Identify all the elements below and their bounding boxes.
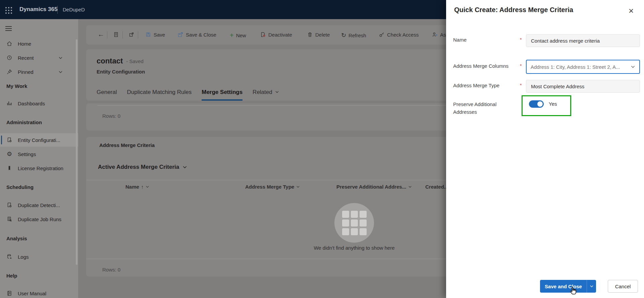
toolbar-separator — [107, 31, 107, 39]
address-merge-type-field[interactable]: Most Complete Address — [526, 80, 640, 93]
plus-icon: + — [230, 32, 234, 39]
record-tabs: General Duplicate Matching Rules Merge S… — [97, 89, 279, 101]
topbar-divider — [57, 6, 58, 14]
chevron-down-icon — [146, 185, 149, 189]
sidebar-item-duplicate-detection[interactable]: Duplicate Detecti... — [0, 198, 78, 212]
user-manual-icon — [6, 290, 12, 296]
sidebar-section-my-work: My Work — [6, 83, 27, 89]
app-title: Dynamics 365 — [19, 6, 57, 13]
refresh-button[interactable]: ↻ Refresh — [341, 32, 366, 39]
sidebar-item-recent[interactable]: Recent — [0, 51, 78, 64]
save-close-icon — [177, 32, 183, 38]
cancel-label: Cancel — [615, 284, 631, 289]
toolbar-button-label: Save & Close — [186, 32, 216, 38]
column-header-preserve-additional[interactable]: Preserve Additional Addres... — [336, 184, 412, 190]
panel-title: Quick Create: Address Merge Criteria — [454, 6, 573, 14]
save-options-split-button[interactable] — [587, 280, 596, 293]
trash-icon — [307, 32, 313, 38]
clock-icon — [6, 55, 12, 61]
environment-name[interactable]: DeDupeD — [63, 7, 85, 12]
chevron-down-icon — [590, 284, 594, 288]
preserve-additional-addresses-toggle[interactable] — [529, 100, 544, 108]
sidebar-item-logs[interactable]: Logs — [0, 250, 78, 263]
toolbar-button-label: Save — [154, 32, 165, 38]
assign-person-icon — [432, 32, 438, 38]
chevron-down-icon — [275, 90, 279, 94]
view-selector[interactable]: Active Address Merge Criteria — [98, 164, 187, 170]
key-icon — [379, 32, 385, 38]
address-merge-columns-dropdown[interactable]: Address 1: City, Address 1: Street 2, A.… — [526, 60, 640, 74]
show-as-button[interactable] — [113, 32, 119, 38]
name-field[interactable]: Contact address merge criteria — [526, 34, 640, 47]
selected-indicator — [1, 136, 2, 144]
empty-state-message: We didn't find anything to show here — [307, 245, 401, 251]
cancel-button[interactable]: Cancel — [608, 280, 638, 293]
home-icon — [6, 41, 12, 47]
sidebar-item-user-manual[interactable]: User Manual — [0, 287, 78, 298]
logs-icon — [6, 254, 12, 260]
field-label-preserve-additional-line2: Addresses — [453, 109, 477, 115]
field-label-address-merge-type: Address Merge Type — [453, 83, 499, 88]
highlight-box — [522, 95, 571, 116]
save-and-close-button[interactable]: Save and Close — [540, 280, 587, 293]
sidebar-item-duplicate-job-runs[interactable]: Duplicate Job Runs — [0, 212, 78, 226]
hamburger-icon[interactable] — [5, 25, 12, 32]
sidebar-item-settings[interactable]: ⚙ Settings — [0, 147, 78, 161]
toggle-value-label: Yes — [549, 101, 557, 107]
toolbar-button-label: As — [440, 32, 446, 38]
close-icon[interactable]: × — [629, 7, 634, 14]
deactivate-button[interactable]: Deactivate — [260, 32, 292, 38]
column-header-address-merge-type[interactable]: Address Merge Type — [245, 184, 300, 190]
record-entity-type: Entity Configuration — [97, 69, 145, 74]
column-header-name[interactable]: Name ↑ — [125, 184, 149, 190]
required-indicator: * — [520, 37, 522, 42]
tab-duplicate-matching-rules[interactable]: Duplicate Matching Rules — [127, 89, 192, 101]
empty-state-illustration — [334, 203, 374, 243]
waffle-icon[interactable] — [5, 7, 12, 14]
check-access-button[interactable]: Check Access — [379, 32, 419, 38]
new-button[interactable]: + New — [230, 32, 246, 39]
save-and-close-button[interactable]: Save & Close — [177, 32, 216, 38]
entity-configuration-icon — [6, 137, 12, 143]
pin-icon — [6, 69, 12, 75]
section-title: Address Merge Criteria — [99, 142, 155, 148]
delete-button[interactable]: Delete — [307, 32, 330, 38]
sidebar-section-administration: Administration — [6, 119, 42, 125]
toolbar-button-label: Refresh — [348, 33, 366, 38]
license-icon — [6, 165, 12, 171]
chevron-down-icon — [296, 185, 300, 189]
back-arrow-icon: ← — [98, 31, 104, 38]
sidebar-item-dashboards[interactable]: Dashboards — [0, 97, 78, 110]
sidebar-item-label: License Registration — [18, 165, 63, 171]
chevron-down-icon[interactable] — [57, 55, 63, 61]
field-label-preserve-additional-line1: Preserve Additional — [453, 101, 496, 107]
mouse-cursor — [569, 286, 579, 297]
sidebar-section-scheduling: Scheduling — [6, 184, 34, 190]
sidebar-item-home[interactable]: Home — [0, 37, 78, 50]
column-header-created[interactable]: Created... — [425, 184, 447, 190]
sidebar-scrollbar[interactable] — [76, 39, 77, 265]
required-indicator: * — [520, 63, 522, 68]
quick-create-panel: Quick Create: Address Merge Criteria × N… — [446, 0, 644, 298]
refresh-icon: ↻ — [341, 32, 346, 39]
save-button[interactable]: Save — [145, 32, 165, 38]
chevron-down-icon[interactable] — [57, 69, 63, 75]
toolbar-button-label: Deactivate — [268, 32, 292, 38]
deactivate-icon — [260, 32, 266, 38]
chevron-down-icon — [182, 165, 187, 169]
assign-button[interactable]: As — [432, 32, 446, 38]
tab-general[interactable]: General — [97, 89, 117, 101]
sidebar-item-label: Duplicate Job Runs — [18, 216, 61, 222]
sidebar-item-license-registration[interactable]: License Registration — [0, 161, 78, 175]
tab-related[interactable]: Related — [253, 89, 279, 101]
gear-icon: ⚙ — [6, 151, 12, 157]
address-merge-type-value: Most Complete Address — [531, 84, 584, 89]
open-in-new-window-button[interactable] — [128, 32, 135, 38]
sidebar-item-pinned[interactable]: Pinned — [0, 65, 78, 79]
sidebar-section-help: Help — [6, 273, 17, 279]
app-root: Dynamics 365 DeDupeD Home Recent Pinned — [0, 0, 644, 298]
toolbar-button-label: Delete — [315, 32, 330, 38]
tab-merge-settings[interactable]: Merge Settings — [202, 89, 243, 101]
sidebar-item-entity-configuration[interactable]: Entity Configurati... — [0, 133, 78, 147]
back-button[interactable]: ← — [98, 31, 104, 38]
